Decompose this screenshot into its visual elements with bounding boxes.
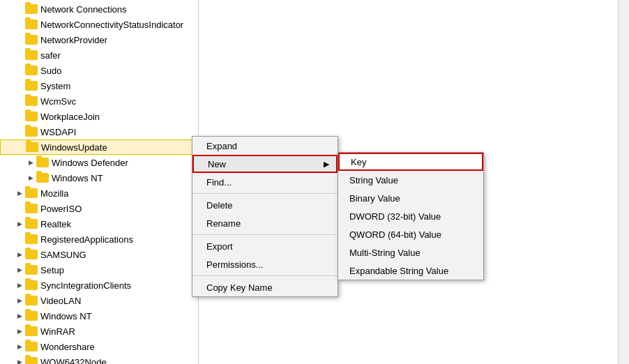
sub-item-multi-string-value[interactable]: Multi-String Value xyxy=(338,243,483,261)
chevron-icon: ▶ xyxy=(14,328,25,335)
folder-icon xyxy=(36,173,49,183)
tree-item-sudo[interactable]: Sudo xyxy=(0,63,198,78)
tree-item-winrar[interactable]: ▶WinRAR xyxy=(0,324,198,339)
chevron-icon: ▶ xyxy=(14,220,25,227)
tree-item-wow6432node[interactable]: ▶WOW6432Node xyxy=(0,354,198,364)
folder-icon xyxy=(25,35,38,45)
tree-item-label: NetworkConnectivityStatusIndicator xyxy=(40,20,183,30)
tree-item-label: VideoLAN xyxy=(40,296,81,306)
folder-icon xyxy=(25,234,38,244)
submenu-arrow-icon: ▶ xyxy=(324,160,329,169)
context-menu: ExpandNew▶Find...DeleteRenameExportPermi… xyxy=(192,136,338,297)
tree-item-label: Realtek xyxy=(40,219,71,229)
ctx-item-export[interactable]: Export xyxy=(192,237,338,255)
chevron-icon: ▶ xyxy=(14,343,25,350)
ctx-item-label: New xyxy=(208,159,226,169)
folder-icon xyxy=(25,280,38,290)
chevron-icon: ▶ xyxy=(14,190,25,197)
ctx-item-rename[interactable]: Rename xyxy=(192,214,338,232)
chevron-icon: ▶ xyxy=(14,297,25,304)
tree-item-wcmsvc[interactable]: WcmSvc xyxy=(0,93,198,109)
tree-item-label: Setup xyxy=(40,265,64,275)
tree-item-system[interactable]: System xyxy=(0,78,198,93)
sub-item-key[interactable]: Key xyxy=(338,153,483,171)
chevron-icon: ▶ xyxy=(14,266,25,273)
folder-icon xyxy=(25,188,38,198)
chevron-icon: ▶ xyxy=(14,312,25,319)
tree-item-label: Sudo xyxy=(40,66,61,76)
folder-icon xyxy=(25,311,38,321)
tree-item-label: WinRAR xyxy=(40,326,75,337)
tree-item-wsdapi[interactable]: WSDAPI xyxy=(0,124,198,139)
chevron-icon: ▶ xyxy=(14,358,25,364)
folder-icon xyxy=(25,4,38,14)
folder-icon xyxy=(25,357,38,364)
submenu: KeyString ValueBinary ValueDWORD (32-bit… xyxy=(338,152,484,280)
tree-item-label: Wondershare xyxy=(40,342,95,352)
folder-icon xyxy=(36,158,49,167)
sub-item-binary-value[interactable]: Binary Value xyxy=(338,189,483,207)
tree-item-label: safer xyxy=(40,50,61,61)
tree-item-label: Windows NT xyxy=(40,311,92,321)
sub-item-expandable-string-value[interactable]: Expandable String Value xyxy=(338,261,483,280)
chevron-icon: ▶ xyxy=(25,174,36,181)
sub-item-qword-value[interactable]: QWORD (64-bit) Value xyxy=(338,225,483,243)
tree-item-label: WcmSvc xyxy=(40,96,76,107)
tree-item-mozilla[interactable]: ▶Mozilla xyxy=(0,185,198,201)
folder-icon xyxy=(25,296,38,305)
tree-item-windows-nt2[interactable]: ▶Windows NT xyxy=(0,308,198,324)
ctx-item-find[interactable]: Find... xyxy=(192,173,338,191)
tree-item-label: Windows Defender xyxy=(52,158,128,168)
menu-separator xyxy=(192,234,338,235)
folder-icon xyxy=(25,50,38,60)
chevron-icon: ▶ xyxy=(25,159,36,166)
tree-item-label: Windows NT xyxy=(52,173,103,183)
tree-item-workplacejoin[interactable]: WorkplaceJoin xyxy=(0,109,198,124)
tree-item-network-connections[interactable]: Network Connections xyxy=(0,1,198,17)
tree-item-label: WorkplaceJoin xyxy=(40,112,100,122)
folder-icon xyxy=(25,250,38,259)
tree-item-windows-nt[interactable]: ▶Windows NT xyxy=(0,170,198,185)
menu-separator xyxy=(192,275,338,276)
sub-item-dword-value[interactable]: DWORD (32-bit) Value xyxy=(338,207,483,225)
tree-item-label: WOW6432Node xyxy=(40,357,107,365)
tree-item-networkprovider[interactable]: NetworkProvider xyxy=(0,32,198,47)
tree-item-syncintegrationclients[interactable]: ▶SyncIntegrationClients xyxy=(0,278,198,293)
tree-item-windows-defender[interactable]: ▶Windows Defender xyxy=(0,155,198,170)
tree-item-videolan[interactable]: ▶VideoLAN xyxy=(0,293,198,308)
folder-icon xyxy=(26,142,38,152)
tree-item-realtek[interactable]: ▶Realtek xyxy=(0,216,198,232)
menu-separator xyxy=(192,193,338,194)
tree-item-safer[interactable]: safer xyxy=(0,47,198,63)
folder-icon xyxy=(25,96,38,106)
tree-item-setup[interactable]: ▶Setup xyxy=(0,262,198,278)
tree-item-label: SAMSUNG xyxy=(40,250,86,260)
tree-item-samsung[interactable]: ▶SAMSUNG xyxy=(0,247,198,262)
tree-item-label: WindowsUpdate xyxy=(41,142,107,153)
tree-item-label: Mozilla xyxy=(40,188,68,199)
tree-item-networkconnectivitystatusindicator[interactable]: NetworkConnectivityStatusIndicator xyxy=(0,17,198,32)
tree-item-label: RegisteredApplications xyxy=(40,234,133,245)
folder-icon xyxy=(25,66,38,75)
tree-item-label: System xyxy=(40,81,70,91)
ctx-item-new[interactable]: New▶ xyxy=(192,155,338,173)
ctx-item-expand[interactable]: Expand xyxy=(192,137,338,155)
tree-item-wondershare[interactable]: ▶Wondershare xyxy=(0,339,198,354)
folder-icon xyxy=(25,81,38,91)
vertical-scrollbar[interactable] xyxy=(618,0,629,364)
tree-item-registeredapplications[interactable]: RegisteredApplications xyxy=(0,232,198,247)
tree-item-poweriso[interactable]: PowerISO xyxy=(0,201,198,216)
ctx-item-delete[interactable]: Delete xyxy=(192,196,338,214)
chevron-icon: ▶ xyxy=(14,251,25,258)
folder-icon xyxy=(25,219,38,229)
ctx-item-copy-key-name[interactable]: Copy Key Name xyxy=(192,278,338,296)
registry-tree: Network ConnectionsNetworkConnectivitySt… xyxy=(0,0,199,364)
tree-item-windowsupdate[interactable]: WindowsUpdate xyxy=(0,139,198,155)
folder-icon xyxy=(25,204,38,213)
sub-item-string-value[interactable]: String Value xyxy=(338,171,483,189)
ctx-item-permissions[interactable]: Permissions... xyxy=(192,255,338,273)
tree-item-label: PowerISO xyxy=(40,204,82,214)
folder-icon xyxy=(25,127,38,137)
tree-item-label: WSDAPI xyxy=(40,127,76,137)
tree-item-label: SyncIntegrationClients xyxy=(40,280,131,291)
